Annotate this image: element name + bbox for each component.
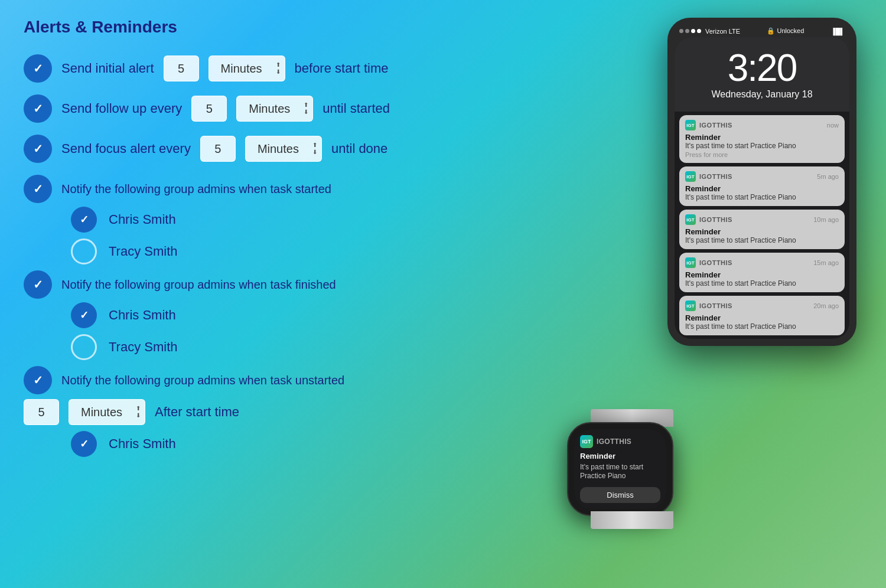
admin-name-chris-unstarted: Chris Smith (109, 436, 176, 452)
focus-unit[interactable]: Minutes Hours Days (245, 136, 322, 162)
signal-dot-2 (685, 29, 689, 33)
initial-alert-unit-wrapper: Minutes Hours Days (209, 55, 285, 81)
notif-time-5: 20m ago (813, 302, 839, 309)
checkbox-initial-alert[interactable]: ✓ (24, 54, 52, 83)
notif-icon-4: IGT (685, 257, 696, 268)
phone-lock-status: 🔒 Unlocked (767, 27, 804, 35)
notif-title-5: Reminder (685, 313, 839, 322)
unstarted-suffix: After start time (155, 404, 239, 420)
notify-unstarted-label: Notify the following group admins when t… (61, 374, 344, 387)
phone-lock-screen: 3:20 Wednesday, January 18 (675, 37, 849, 112)
watch-band-bottom (591, 511, 673, 529)
notif-body-3: It's past time to start Practice Piano (685, 236, 839, 244)
admin-name-tracy-started: Tracy Smith (109, 244, 178, 259)
notif-title-2: Reminder (685, 184, 839, 193)
alert-row-notify-finished: ✓ Notify the following group admins when… (24, 270, 508, 299)
page-title: Alerts & Reminders (24, 18, 508, 37)
phone-body: Verizon LTE 🔒 Unlocked ▐█▌ 3:20 Wednesda… (667, 18, 856, 346)
checkbox-chris-started[interactable]: ✓ (71, 207, 97, 233)
notif-time-4: 15m ago (813, 259, 839, 266)
checkbox-notify-finished[interactable]: ✓ (24, 270, 52, 299)
notif-app-name-1: IGOTTHIS (699, 122, 732, 129)
checkbox-followup[interactable]: ✓ (24, 94, 52, 123)
notif-body-1: It's past time to start Practice Piano (685, 142, 839, 150)
admin-name-chris-started: Chris Smith (109, 212, 176, 227)
checkmark-icon: ✓ (80, 309, 89, 322)
unstarted-value[interactable] (24, 399, 59, 425)
phone-date: Wednesday, January 18 (684, 89, 840, 100)
followup-value[interactable] (191, 96, 227, 122)
watch-notif-title: Reminder (580, 452, 660, 460)
list-item: ✓ Chris Smith (71, 207, 508, 233)
signal-dot-3 (691, 29, 695, 33)
watch-screen: IGT IGOTTHIS Reminder It's past time to … (574, 429, 666, 509)
carrier-label: Verizon LTE (705, 28, 740, 35)
notify-finished-label: Notify the following group admins when t… (61, 278, 336, 292)
phone-screen: 3:20 Wednesday, January 18 IGT IGOTTHIS … (675, 37, 849, 339)
checkbox-tracy-started[interactable] (71, 239, 97, 264)
phone-time: 3:20 (684, 49, 840, 87)
notify-started-label: Notify the following group admins when t… (61, 182, 331, 196)
unstarted-unit[interactable]: Minutes Hours Days (69, 399, 145, 425)
checkbox-chris-unstarted[interactable]: ✓ (71, 431, 97, 457)
signal-dot-1 (679, 29, 683, 33)
notification-card-3: IGT IGOTTHIS 10m ago Reminder It's past … (679, 210, 845, 249)
notif-time-1: now (827, 122, 839, 129)
watch-dismiss-button[interactable]: Dismiss (580, 487, 660, 503)
notify-unstarted-admins: ✓ Chris Smith (71, 431, 508, 457)
checkmark-icon: ✓ (80, 437, 89, 450)
checkbox-notify-unstarted[interactable]: ✓ (24, 366, 52, 394)
notif-app-row-4: IGT IGOTTHIS (685, 257, 732, 268)
initial-alert-unit[interactable]: Minutes Hours Days (209, 55, 285, 81)
list-item: ✓ Chris Smith (71, 302, 508, 328)
watch-mockup: IGT IGOTTHIS Reminder It's past time to … (567, 409, 697, 529)
followup-suffix: until started (323, 101, 390, 116)
checkbox-focus[interactable]: ✓ (24, 135, 52, 163)
focus-unit-wrapper: Minutes Hours Days (245, 136, 322, 162)
list-item: ✓ Chris Smith (71, 431, 508, 457)
admin-name-chris-finished: Chris Smith (109, 308, 176, 323)
checkbox-tracy-finished[interactable] (71, 334, 97, 360)
focus-value[interactable] (200, 136, 236, 162)
notification-card-5: IGT IGOTTHIS 20m ago Reminder It's past … (679, 296, 845, 335)
followup-unit-wrapper: Minutes Hours Days (236, 96, 313, 122)
watch-notif-body: It's past time to start Practice Piano (580, 463, 660, 481)
notif-icon-3: IGT (685, 214, 696, 225)
notification-card-1: IGT IGOTTHIS now Reminder It's past time… (679, 115, 845, 163)
checkbox-chris-finished[interactable]: ✓ (71, 302, 97, 328)
alert-row-initial: ✓ Send initial alert Minutes Hours Days … (24, 54, 508, 83)
notif-header-1: IGT IGOTTHIS now (685, 120, 839, 130)
checkmark-icon: ✓ (33, 142, 43, 156)
left-panel: Alerts & Reminders ✓ Send initial alert … (0, 0, 532, 588)
admin-name-tracy-finished: Tracy Smith (109, 339, 178, 355)
watch-notif-header: IGT IGOTTHIS (580, 435, 660, 448)
notif-body-5: It's past time to start Practice Piano (685, 322, 839, 331)
followup-unit[interactable]: Minutes Hours Days (236, 96, 313, 122)
notif-icon-2: IGT (685, 171, 696, 182)
alert-row-focus: ✓ Send focus alert every Minutes Hours D… (24, 135, 508, 163)
notification-card-4: IGT IGOTTHIS 15m ago Reminder It's past … (679, 253, 845, 292)
alert-row-notify-started: ✓ Notify the following group admins when… (24, 175, 508, 203)
watch-body: IGT IGOTTHIS Reminder It's past time to … (567, 422, 673, 516)
checkmark-icon: ✓ (33, 373, 43, 387)
notif-app-name-2: IGOTTHIS (699, 173, 732, 180)
checkmark-icon: ✓ (33, 277, 43, 292)
initial-alert-suffix: before start time (295, 61, 389, 76)
notif-body-4: It's past time to start Practice Piano (685, 279, 839, 288)
notif-header-4: IGT IGOTTHIS 15m ago (685, 257, 839, 268)
notif-app-name-4: IGOTTHIS (699, 259, 732, 266)
notification-card-2: IGT IGOTTHIS 5m ago Reminder It's past t… (679, 166, 845, 206)
phone-signal: Verizon LTE (679, 28, 740, 35)
notif-header-5: IGT IGOTTHIS 20m ago (685, 300, 839, 311)
initial-alert-value[interactable] (164, 55, 199, 81)
notif-title-1: Reminder (685, 133, 839, 142)
unstarted-time-row: Minutes Hours Days After start time (24, 399, 508, 425)
notif-more-1: Press for more (685, 151, 839, 158)
notif-app-row-1: IGT IGOTTHIS (685, 120, 732, 130)
notif-header-3: IGT IGOTTHIS 10m ago (685, 214, 839, 225)
unstarted-unit-wrapper: Minutes Hours Days (69, 399, 145, 425)
notif-app-name-3: IGOTTHIS (699, 216, 732, 223)
notif-title-4: Reminder (685, 270, 839, 279)
phone-status-bar: Verizon LTE 🔒 Unlocked ▐█▌ (675, 25, 849, 37)
checkbox-notify-started[interactable]: ✓ (24, 175, 52, 203)
